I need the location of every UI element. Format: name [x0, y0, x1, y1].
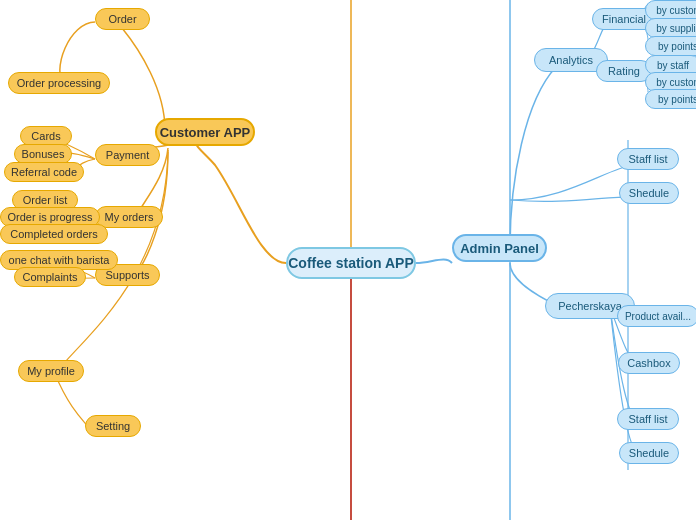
customer-app-label: Customer APP [160, 125, 251, 140]
admin-panel-node[interactable]: Admin Panel [452, 234, 547, 262]
order-node[interactable]: Order [95, 8, 150, 30]
cards-node[interactable]: Cards [20, 126, 72, 146]
customer-app-node[interactable]: Customer APP [155, 118, 255, 146]
root-node[interactable]: Coffee station APP [286, 247, 416, 279]
staff-list-2-node[interactable]: Staff list [617, 408, 679, 430]
bonuses-node[interactable]: Bonuses [14, 144, 72, 164]
my-orders-node[interactable]: My orders [95, 206, 163, 228]
by-suppliers-node[interactable]: by suppliers [645, 18, 696, 38]
referral-code-node[interactable]: Referral code [4, 162, 84, 182]
admin-panel-label: Admin Panel [460, 241, 539, 256]
root-label: Coffee station APP [288, 255, 414, 271]
by-points-1-node[interactable]: by points [645, 36, 696, 56]
shedule-2-node[interactable]: Shedule [619, 442, 679, 464]
completed-orders-node[interactable]: Completed orders [0, 224, 108, 244]
payment-node[interactable]: Payment [95, 144, 160, 166]
order-processing-node[interactable]: Order processing [8, 72, 110, 94]
my-profile-node[interactable]: My profile [18, 360, 84, 382]
rating-node[interactable]: Rating [596, 60, 652, 82]
staff-list-1-node[interactable]: Staff list [617, 148, 679, 170]
cashbox-node[interactable]: Cashbox [618, 352, 680, 374]
by-points-2-node[interactable]: by points [645, 89, 696, 109]
product-avail-node[interactable]: Product avail... [617, 305, 696, 327]
shedule-1-node[interactable]: Shedule [619, 182, 679, 204]
setting-node[interactable]: Setting [85, 415, 141, 437]
complaints-node[interactable]: Complaints [14, 267, 86, 287]
by-customers-1-node[interactable]: by customers [645, 0, 696, 20]
